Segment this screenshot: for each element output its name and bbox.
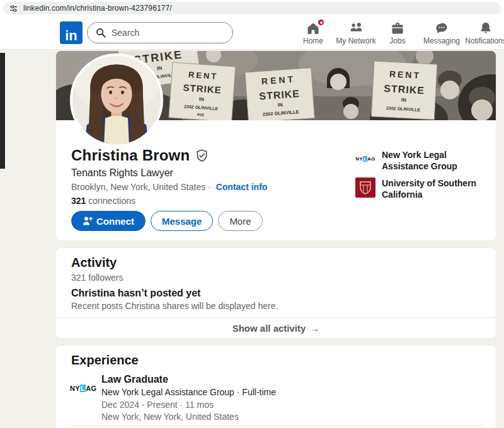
svg-text:IN: IN xyxy=(157,65,163,71)
activity-empty-title: Christina hasn’t posted yet xyxy=(71,288,200,299)
svg-text:RENT: RENT xyxy=(389,69,421,81)
experience-card: Experience NYLAG Law Graduate New York L… xyxy=(55,345,496,428)
messaging-icon xyxy=(434,21,449,36)
svg-text:STRIKE: STRIKE xyxy=(384,83,425,96)
rent-strike-sign: RENT STRIKE IN 2302 OLINVILLE xyxy=(245,68,314,120)
jobs-icon xyxy=(390,21,405,36)
site-settings-icon[interactable] xyxy=(9,4,18,13)
experience-title: Experience xyxy=(71,353,139,368)
rent-strike-sign: RENT STRIKE IN 2302 OLINVILLE xyxy=(371,61,437,120)
nav-jobs-label: Jobs xyxy=(389,37,405,45)
nav-notifications-label: Notifications xyxy=(465,37,504,45)
profile-location: Brooklyn, New York, United States xyxy=(71,182,205,192)
experience-attachment-box xyxy=(69,425,484,428)
more-button-label: More xyxy=(229,216,251,227)
nav-messaging-label: Messaging xyxy=(423,37,460,45)
connections-count: 321 xyxy=(71,196,86,206)
svg-text:IN: IN xyxy=(277,102,283,108)
experience-dates: Dec 2024 - Present · 11 mos xyxy=(101,400,214,410)
affiliation-name: University of Southern California xyxy=(382,177,486,200)
activity-card: Activity 321 followers Christina hasn’t … xyxy=(55,247,496,339)
contact-info-link[interactable]: Contact info xyxy=(216,182,268,192)
url-field[interactable]: linkedin.com/in/christina-brown-42379617… xyxy=(3,2,501,14)
connections-row[interactable]: 321 connections xyxy=(71,196,135,206)
svg-text:IN: IN xyxy=(199,96,205,103)
affiliation-name: New York Legal Assistance Group xyxy=(382,149,486,172)
nylag-logo[interactable]: NYLAG xyxy=(70,376,100,401)
dot-separator: · xyxy=(208,182,211,192)
affiliations-list: NYLAG New York Legal Assistance Group Un… xyxy=(355,149,489,200)
activity-empty-subtitle: Recent posts Christina shares will be di… xyxy=(71,301,278,311)
connect-button-label: Connect xyxy=(96,216,134,227)
linkedin-top-nav: in Home xyxy=(0,16,504,50)
profile-headline: Tenants Rights Lawyer xyxy=(71,167,173,179)
affiliation-usc[interactable]: University of Southern California xyxy=(355,177,489,200)
url-text[interactable]: linkedin.com/in/christina-brown-42379617… xyxy=(23,4,172,13)
linkedin-logo[interactable]: in xyxy=(60,21,83,44)
svg-text:IN: IN xyxy=(401,97,407,103)
verified-shield-icon[interactable] xyxy=(195,149,209,162)
svg-text:AVE: AVE xyxy=(197,113,204,117)
rent-strike-sign: RENT STRIKE IN 2302 OLINVILLE AVE xyxy=(169,62,236,120)
show-all-activity-button[interactable]: Show all activity → xyxy=(56,317,496,338)
experience-role[interactable]: Law Graduate xyxy=(101,374,168,385)
usc-logo xyxy=(355,177,375,198)
more-button[interactable]: More xyxy=(218,211,262,231)
profile-name: Christina Brown xyxy=(71,147,190,164)
nav-home-label: Home xyxy=(303,37,323,45)
my-network-icon xyxy=(348,21,364,36)
activity-title: Activity xyxy=(71,256,117,270)
show-all-activity-label: Show all activity xyxy=(232,323,306,334)
search-icon xyxy=(96,28,106,38)
followers-count[interactable]: 321 followers xyxy=(71,273,123,283)
profile-intro-card: RENT STRIKE IN 2302 OLINVILLE RENT STRIK… xyxy=(55,50,496,241)
search-input[interactable] xyxy=(112,28,212,38)
global-search[interactable] xyxy=(87,22,233,43)
experience-location: New York, New York, United States xyxy=(101,412,239,422)
profile-photo[interactable] xyxy=(70,54,163,147)
person-add-icon xyxy=(83,216,93,226)
message-button[interactable]: Message xyxy=(151,211,213,231)
affiliation-nylag[interactable]: NYLAG New York Legal Assistance Group xyxy=(355,149,489,172)
message-button-label: Message xyxy=(162,216,202,227)
browser-address-bar: linkedin.com/in/christina-brown-42379617… xyxy=(0,0,504,16)
browser-window: linkedin.com/in/christina-brown-42379617… xyxy=(0,0,504,428)
notifications-icon xyxy=(478,21,493,36)
profile-location-row: Brooklyn, New York, United States · Cont… xyxy=(71,182,267,192)
connect-button[interactable]: Connect xyxy=(71,211,146,231)
left-edge-strip xyxy=(0,53,5,169)
nav-notifications[interactable]: Notifications xyxy=(455,21,504,45)
home-notification-badge xyxy=(317,18,325,26)
connections-label: connections xyxy=(88,196,135,206)
experience-company: New York Legal Assistance Group · Full-t… xyxy=(101,387,276,397)
arrow-right-icon: → xyxy=(310,323,319,334)
nylag-logo: NYLAG xyxy=(355,149,375,168)
